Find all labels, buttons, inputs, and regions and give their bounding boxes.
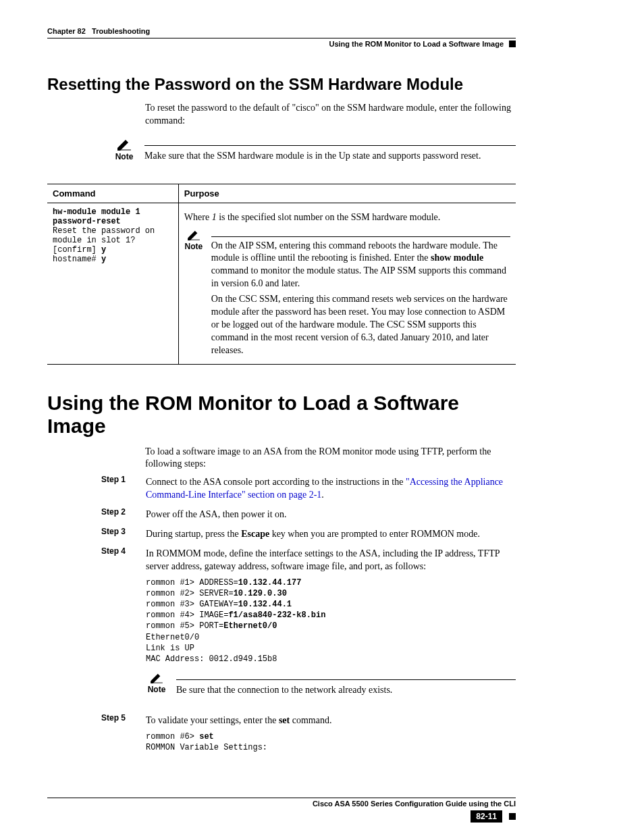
page-number: 82-11 <box>471 810 502 823</box>
step-label: Step 3 <box>101 527 135 542</box>
step-label: Step 2 <box>101 507 135 523</box>
note-text: Make sure that the SSM hardware module i… <box>144 150 516 163</box>
header-section-title: Using the ROM Monitor to Load a Software… <box>329 40 504 48</box>
page-footer: Cisco ASA 5500 Series Configuration Guid… <box>47 798 516 823</box>
purpose-line: Where 1 is the specified slot number on … <box>184 211 510 224</box>
cmd-hostname-y: y <box>101 255 106 264</box>
cmd-confirm-prompt: Reset the password on module in slot 1? … <box>53 226 159 255</box>
step-2: Step 2 Power off the ASA, then power it … <box>101 507 516 523</box>
table-header-purpose: Purpose <box>178 184 516 203</box>
cmd-hostname-prompt: hostname# <box>53 255 101 264</box>
section-heading-reset-password: Resetting the Password on the SSM Hardwa… <box>47 75 516 94</box>
step-2-text: Power off the ASA, then power it on. <box>146 509 516 521</box>
section1-intro: To reset the password to the default of … <box>145 102 516 128</box>
note-icon: Note <box>115 138 134 161</box>
running-header: Chapter 82 Troubleshooting <box>47 27 516 35</box>
note-rule <box>211 236 510 237</box>
step4-note-text: Be sure that the connection to the netwo… <box>176 684 516 697</box>
inner-note-label: Note <box>184 242 203 251</box>
section2-intro: To load a software image to an ASA from … <box>145 446 516 471</box>
step-1: Step 1 Connect to the ASA console port a… <box>101 475 516 503</box>
table-row: hw-module module 1 password-reset Reset … <box>47 203 516 364</box>
step-label: Step 4 <box>101 546 135 669</box>
step-5: Step 5 To validate your settings, enter … <box>101 713 516 757</box>
inner-note-p2: On the CSC SSM, entering this command re… <box>211 293 510 357</box>
footer-doc-title: Cisco ASA 5500 Series Configuration Guid… <box>313 800 516 808</box>
note-label: Note <box>115 152 134 161</box>
cmd-confirm-y: y <box>101 245 106 255</box>
step-4-text: In ROMMOM mode, define the interface set… <box>146 548 516 573</box>
step-3: Step 3 During startup, press the Escape … <box>101 527 516 542</box>
note-rule <box>176 679 516 680</box>
note-label: Note <box>145 685 168 694</box>
inner-note-block: Note On the AIP SSM, entering this comma… <box>184 230 510 360</box>
chapter-number: Chapter 82 <box>47 27 86 35</box>
header-chapter: Chapter 82 Troubleshooting <box>47 27 150 35</box>
step-4: Step 4 In ROMMOM mode, define the interf… <box>101 546 516 669</box>
cmd-hw-module: hw-module module 1 password-reset <box>53 207 145 226</box>
step-5-text: To validate your settings, enter the set… <box>146 714 516 727</box>
pencil-icon <box>116 138 132 151</box>
command-cell: hw-module module 1 password-reset Reset … <box>47 203 178 364</box>
header-section-row: Using the ROM Monitor to Load a Software… <box>47 38 516 48</box>
note-icon: Note <box>184 230 203 251</box>
rommon-set-code: rommon #6> set ROMMON Variable Settings: <box>146 731 516 753</box>
header-marker-icon <box>509 41 516 47</box>
pencil-icon <box>186 230 201 240</box>
note-icon: Note <box>145 673 168 694</box>
step4-note: Note Be sure that the connection to the … <box>145 673 516 701</box>
step-label: Step 1 <box>101 475 135 503</box>
note-block: Note Make sure that the SSM hardware mod… <box>115 138 516 167</box>
footer-marker-icon <box>509 813 516 820</box>
command-table: Command Purpose hw-module module 1 passw… <box>47 184 516 365</box>
step-3-text: During startup, press the Escape key whe… <box>146 528 516 541</box>
table-header-command: Command <box>47 184 178 203</box>
chapter-name: Troubleshooting <box>92 27 150 35</box>
section-heading-rom-monitor: Using the ROM Monitor to Load a Software… <box>47 392 516 438</box>
rommon-code-block: rommon #1> ADDRESS=10.132.44.177 rommon … <box>146 577 516 665</box>
purpose-cell: Where 1 is the specified slot number on … <box>178 203 516 364</box>
step-label: Step 5 <box>101 713 135 757</box>
inner-note-p1: On the AIP SSM, entering this command re… <box>211 240 510 291</box>
note-rule <box>144 145 516 146</box>
step-1-text: Connect to the ASA console port accordin… <box>146 476 516 502</box>
pencil-icon <box>149 673 164 683</box>
